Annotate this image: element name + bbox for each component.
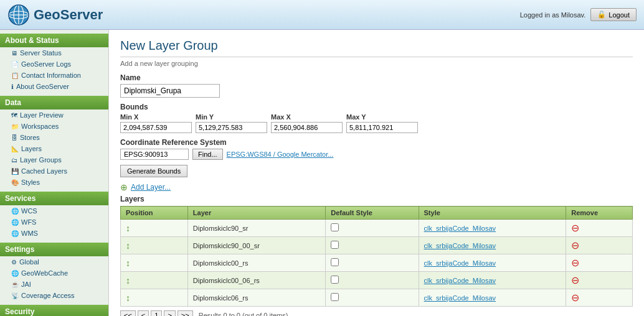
style-cell: clk_srbijaCode_Milosav bbox=[419, 254, 566, 272]
default-style-cell bbox=[326, 237, 419, 254]
style-link[interactable]: clk_srbijaCode_Milosav bbox=[424, 259, 496, 267]
logo-text: GeoServer bbox=[34, 7, 103, 23]
sidebar-section-about-status[interactable]: About & Status bbox=[0, 34, 108, 47]
geowebcache-icon: 🌐 bbox=[11, 270, 19, 277]
crs-label: Coordinate Reference System bbox=[120, 138, 633, 147]
remove-icon[interactable]: ⊖ bbox=[571, 240, 579, 251]
col-default-style: Default Style bbox=[326, 207, 419, 220]
col-layer: Layer bbox=[187, 207, 325, 220]
style-link[interactable]: clk_srbijaCode_Milosav bbox=[424, 277, 496, 284]
add-layer-link[interactable]: Add Layer... bbox=[131, 183, 171, 192]
sidebar-item-jai[interactable]: ☕JAI bbox=[0, 279, 108, 290]
jai-icon: ☕ bbox=[11, 281, 19, 288]
sidebar-section-data[interactable]: Data bbox=[0, 96, 108, 109]
layer-cell: Diplomskiclc06_rs bbox=[187, 289, 325, 307]
prev-page-button[interactable]: < bbox=[138, 310, 149, 316]
header-right: Logged in as Milosav. 🔓 Logout bbox=[520, 8, 637, 21]
sidebar-item-about-geoserver[interactable]: ℹAbout GeoServer bbox=[0, 81, 108, 92]
page-subtitle: Add a new layer grouping bbox=[120, 60, 633, 67]
remove-cell: ⊖ bbox=[566, 272, 633, 289]
move-icon[interactable]: ↕ bbox=[126, 258, 130, 268]
sidebar-item-geoserver-logs[interactable]: 📄GeoServer Logs bbox=[0, 58, 108, 70]
name-input[interactable] bbox=[120, 84, 220, 98]
position-cell: ↕ bbox=[121, 272, 188, 289]
style-link[interactable]: clk_srbijaCode_Milosav bbox=[424, 242, 496, 249]
move-icon[interactable]: ↕ bbox=[126, 241, 130, 251]
sidebar-section-security[interactable]: Security bbox=[0, 305, 108, 316]
logout-icon: 🔓 bbox=[597, 11, 606, 19]
max-y-input[interactable] bbox=[346, 122, 418, 133]
coverage-icon: 📡 bbox=[11, 292, 19, 299]
default-style-cell bbox=[326, 289, 419, 307]
sidebar-item-server-status[interactable]: 🖥Server Status bbox=[0, 47, 108, 58]
style-link[interactable]: clk_srbijaCode_Milosav bbox=[424, 225, 496, 232]
main-content: New Layer Group Add a new layer grouping… bbox=[109, 30, 644, 316]
style-link[interactable]: clk_srbijaCode_Milosav bbox=[424, 294, 496, 302]
default-style-checkbox[interactable] bbox=[331, 276, 339, 284]
name-label: Name bbox=[120, 73, 633, 82]
max-x-label: Max X bbox=[271, 113, 343, 121]
default-style-cell bbox=[326, 272, 419, 289]
first-page-button[interactable]: << bbox=[120, 310, 136, 316]
position-cell: ↕ bbox=[121, 237, 188, 254]
next-page-button[interactable]: > bbox=[164, 310, 175, 316]
sidebar-item-cached-layers[interactable]: 💾Cached Layers bbox=[0, 165, 108, 177]
user-info: Logged in as Milosav. bbox=[520, 11, 586, 19]
style-cell: clk_srbijaCode_Milosav bbox=[419, 220, 566, 237]
sidebar-item-layer-groups[interactable]: 🗂Layer Groups bbox=[0, 154, 108, 165]
last-page-button[interactable]: >> bbox=[178, 310, 193, 316]
layout: About & Status 🖥Server Status 📄GeoServer… bbox=[0, 30, 644, 316]
move-icon[interactable]: ↕ bbox=[126, 223, 130, 233]
default-style-checkbox[interactable] bbox=[331, 241, 339, 249]
sidebar-item-workspaces[interactable]: 📁Workspaces bbox=[0, 121, 108, 132]
sidebar-section-settings[interactable]: Settings bbox=[0, 243, 108, 256]
sidebar-item-layers[interactable]: 📐Layers bbox=[0, 143, 108, 154]
layers-section-label: Layers bbox=[120, 195, 633, 203]
remove-icon[interactable]: ⊖ bbox=[571, 275, 579, 286]
sidebar-item-wfs[interactable]: 🌐WFS bbox=[0, 216, 108, 228]
layer-groups-icon: 🗂 bbox=[11, 157, 17, 164]
sidebar-item-wms[interactable]: 🌐WMS bbox=[0, 228, 108, 239]
sidebar-item-layer-preview[interactable]: 🗺Layer Preview bbox=[0, 109, 108, 121]
min-x-input[interactable] bbox=[120, 122, 192, 133]
generate-bounds-button[interactable]: Generate Bounds bbox=[120, 165, 187, 177]
bounds-label: Bounds bbox=[120, 103, 633, 111]
sidebar-item-geowebcache[interactable]: 🌐GeoWebCache bbox=[0, 267, 108, 279]
default-style-checkbox[interactable] bbox=[331, 293, 339, 301]
logo-globe-icon bbox=[7, 4, 30, 26]
bounds-row: Min X Min Y Max X Max Y bbox=[120, 113, 633, 133]
styles-icon: 🎨 bbox=[11, 179, 19, 186]
pagination-row: << < 1 > >> Results 0 to 0 (out of 0 ite… bbox=[120, 310, 633, 316]
max-x-col: Max X bbox=[271, 113, 343, 133]
min-y-input[interactable] bbox=[196, 122, 267, 133]
crs-link[interactable]: EPSG:WGS84 / Google Mercator... bbox=[227, 151, 334, 158]
logout-label: Logout bbox=[608, 11, 630, 19]
move-icon[interactable]: ↕ bbox=[126, 293, 130, 303]
default-style-checkbox[interactable] bbox=[331, 258, 339, 266]
table-row: ↕ Diplomskiclc00_rs clk_srbijaCode_Milos… bbox=[121, 254, 633, 272]
find-button[interactable]: Find... bbox=[192, 149, 223, 160]
move-icon[interactable]: ↕ bbox=[126, 276, 130, 286]
sidebar-item-global[interactable]: ⚙Global bbox=[0, 256, 108, 267]
sidebar-item-wcs[interactable]: 🌐WCS bbox=[0, 205, 108, 216]
sidebar-item-coverage-access[interactable]: 📡Coverage Access bbox=[0, 290, 108, 301]
max-y-col: Max Y bbox=[346, 113, 418, 133]
remove-icon[interactable]: ⊖ bbox=[571, 223, 579, 233]
logout-button[interactable]: 🔓 Logout bbox=[590, 8, 637, 21]
contact-icon: 📋 bbox=[11, 72, 19, 79]
default-style-checkbox[interactable] bbox=[331, 223, 339, 231]
remove-icon[interactable]: ⊖ bbox=[571, 258, 579, 268]
max-y-label: Max Y bbox=[346, 113, 418, 121]
max-x-input[interactable] bbox=[271, 122, 343, 133]
remove-cell: ⊖ bbox=[566, 237, 633, 254]
sidebar-item-styles[interactable]: 🎨Styles bbox=[0, 177, 108, 188]
layers-table: Position Layer Default Style Style Remov… bbox=[120, 206, 633, 307]
bounds-section: Bounds Min X Min Y Max X Max Y bbox=[120, 103, 633, 133]
sidebar-section-services[interactable]: Services bbox=[0, 192, 108, 205]
current-page-button[interactable]: 1 bbox=[151, 310, 162, 316]
sidebar-item-stores[interactable]: 🗄Stores bbox=[0, 132, 108, 143]
table-row: ↕ Diplomskiclc90_00_sr clk_srbijaCode_Mi… bbox=[121, 237, 633, 254]
sidebar-item-contact-info[interactable]: 📋Contact Information bbox=[0, 70, 108, 81]
remove-icon[interactable]: ⊖ bbox=[571, 292, 579, 303]
crs-input[interactable] bbox=[120, 149, 189, 160]
